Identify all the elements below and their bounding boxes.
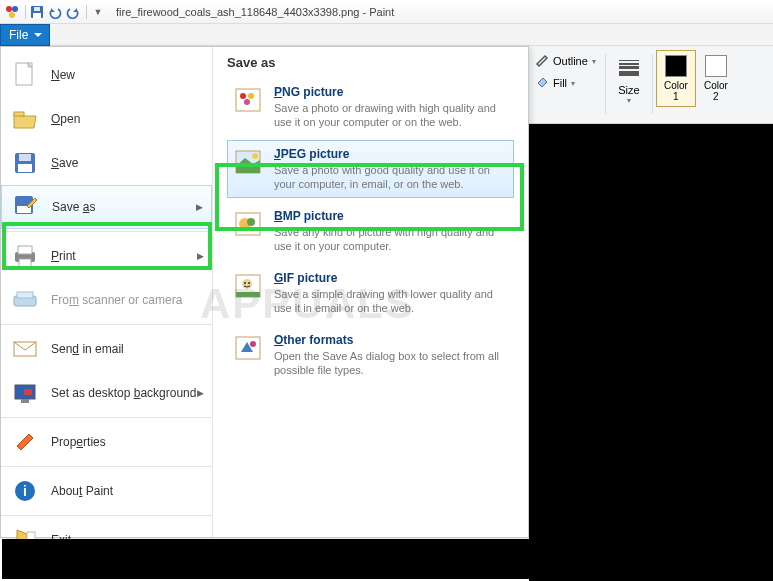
save-icon[interactable] <box>29 4 45 20</box>
jpeg-icon <box>232 147 264 177</box>
other-desc: Open the Save As dialog box to select fr… <box>274 349 509 377</box>
svg-rect-5 <box>34 7 40 11</box>
undo-icon[interactable] <box>47 4 63 20</box>
menu-item-about[interactable]: i About Paint <box>1 469 212 513</box>
bmp-icon <box>232 209 264 239</box>
menu-item-new[interactable]: New <box>1 53 212 97</box>
menu-item-set-background[interactable]: Set as desktop background ▶ <box>1 371 212 415</box>
svg-point-1 <box>12 6 18 12</box>
svg-point-28 <box>244 99 250 105</box>
other-title: Other formats <box>274 333 509 347</box>
png-title: PNG picture <box>274 85 509 99</box>
saveas-item-other[interactable]: Other formats Open the Save As dialog bo… <box>227 326 514 384</box>
outline-label: Outline <box>553 55 588 67</box>
divider <box>1 515 212 516</box>
svg-point-37 <box>248 282 250 284</box>
svg-rect-4 <box>33 13 41 18</box>
outline-dropdown[interactable]: Outline ▾ <box>535 52 596 70</box>
scanner-icon <box>11 286 39 314</box>
send-email-label: Send in email <box>51 342 124 356</box>
canvas-strip <box>2 539 529 579</box>
about-label: About Paint <box>51 484 113 498</box>
file-menu-saveas-panel: Save as PNG picture Save a photo or draw… <box>213 47 528 537</box>
svg-point-26 <box>240 93 246 99</box>
save-label: Save <box>51 156 78 170</box>
chevron-right-icon: ▶ <box>197 251 204 261</box>
svg-rect-9 <box>18 164 32 172</box>
file-tab[interactable]: File <box>0 24 50 46</box>
svg-point-30 <box>252 153 258 159</box>
svg-text:i: i <box>23 483 27 499</box>
paint-app-icon <box>4 4 20 20</box>
redo-icon[interactable] <box>65 4 81 20</box>
chevron-right-icon: ▶ <box>197 388 204 398</box>
divider <box>1 231 212 232</box>
separator <box>86 5 87 19</box>
color1-button[interactable]: Color 1 <box>656 50 696 107</box>
color1-swatch <box>665 55 687 77</box>
new-icon <box>11 61 39 89</box>
menu-item-print[interactable]: Print ▶ <box>1 234 212 278</box>
svg-rect-10 <box>19 154 31 161</box>
save-icon <box>11 149 39 177</box>
size-icon <box>615 54 643 82</box>
color2-button[interactable]: Color 2 <box>696 50 736 107</box>
window-title: fire_firewood_coals_ash_118648_4403x3398… <box>116 6 394 18</box>
svg-point-27 <box>248 93 254 99</box>
svg-rect-15 <box>19 259 31 267</box>
saveas-item-gif[interactable]: GIF picture Save a simple drawing with l… <box>227 264 514 322</box>
qat-dropdown-icon[interactable]: ▼ <box>90 4 106 20</box>
png-desc: Save a photo or drawing with high qualit… <box>274 101 509 129</box>
saveas-panel-title: Save as <box>227 55 514 70</box>
bmp-desc: Save any kind of picture with high quali… <box>274 225 509 253</box>
file-tab-label: File <box>9 28 28 42</box>
color1-label: Color 1 <box>664 80 688 102</box>
svg-point-2 <box>9 12 15 18</box>
menu-item-send-email[interactable]: Send in email <box>1 327 212 371</box>
svg-rect-21 <box>21 399 29 403</box>
separator <box>25 5 26 19</box>
menu-item-save[interactable]: Save <box>1 141 212 185</box>
svg-point-0 <box>6 6 12 12</box>
canvas-area[interactable] <box>529 124 773 581</box>
gif-desc: Save a simple drawing with lower quality… <box>274 287 509 315</box>
png-icon <box>232 85 264 115</box>
outline-fill-group: Outline ▾ Fill ▾ <box>529 50 602 98</box>
open-icon <box>11 105 39 133</box>
svg-point-40 <box>250 341 256 347</box>
fill-label: Fill <box>553 77 567 89</box>
save-as-icon <box>12 193 40 221</box>
menu-item-save-as[interactable]: Save as ▶ <box>1 185 212 229</box>
properties-icon <box>11 428 39 456</box>
file-menu: New Open Save Save as ▶ Print ▶ From sca… <box>0 46 529 538</box>
divider <box>1 324 212 325</box>
saveas-item-bmp[interactable]: BMP picture Save any kind of picture wit… <box>227 202 514 260</box>
svg-point-36 <box>244 282 246 284</box>
open-label: Open <box>51 112 80 126</box>
new-label: New <box>51 68 75 82</box>
size-dropdown[interactable]: Size ▾ <box>609 50 649 109</box>
saveas-item-png[interactable]: PNG picture Save a photo or drawing with… <box>227 78 514 136</box>
color2-label: Color 2 <box>704 80 728 102</box>
menu-strip <box>50 24 773 46</box>
svg-rect-38 <box>236 292 260 297</box>
separator <box>652 54 653 114</box>
jpeg-desc: Save a photo with good quality and use i… <box>274 163 509 191</box>
separator <box>605 54 606 114</box>
menu-item-properties[interactable]: Properties <box>1 420 212 464</box>
divider <box>1 466 212 467</box>
print-icon <box>11 242 39 270</box>
menu-item-open[interactable]: Open <box>1 97 212 141</box>
svg-rect-14 <box>18 246 32 254</box>
color2-swatch <box>705 55 727 77</box>
fill-icon <box>535 76 549 90</box>
title-bar: ▼ fire_firewood_coals_ash_118648_4403x33… <box>0 0 773 24</box>
desktop-background-icon <box>11 379 39 407</box>
file-menu-left: New Open Save Save as ▶ Print ▶ From sca… <box>1 47 213 537</box>
from-scanner-label: From scanner or camera <box>51 293 182 307</box>
saveas-item-jpeg[interactable]: JPEG picture Save a photo with good qual… <box>227 140 514 198</box>
divider <box>1 417 212 418</box>
outline-icon <box>535 54 549 68</box>
fill-dropdown[interactable]: Fill ▾ <box>535 74 575 92</box>
svg-rect-20 <box>24 389 32 395</box>
